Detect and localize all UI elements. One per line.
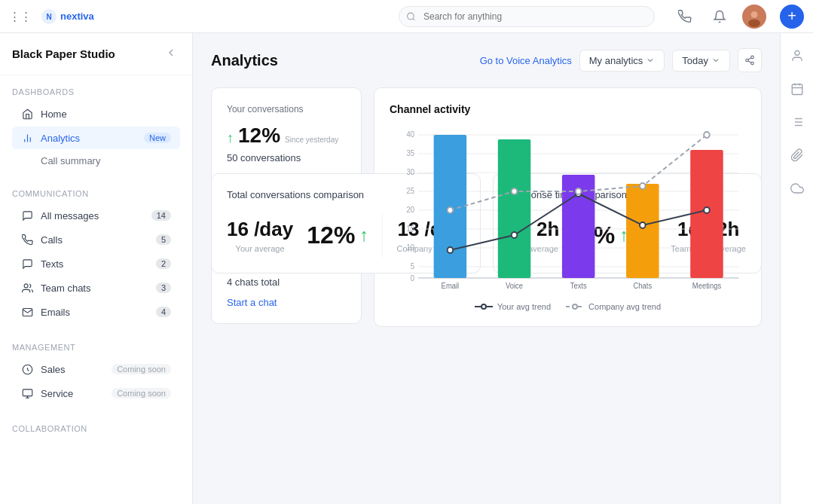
svg-text:0: 0 [411,274,415,283]
right-tasks-icon[interactable] [784,108,811,136]
sidebar-item-calls[interactable]: Calls 5 [12,228,180,251]
conversations-count: 50 conversations [227,152,346,163]
right-user-icon[interactable] [784,42,811,69]
sidebar-header: Black Paper Studio [0,33,192,75]
add-button[interactable]: + [780,5,804,29]
right-attach-icon[interactable] [784,142,811,169]
calls-label: Calls [41,234,148,246]
company-trend-legend-icon [566,302,584,311]
svg-point-63 [795,50,799,55]
user-avatar[interactable] [742,5,766,29]
conversations-card-title: Your conversations [227,103,346,116]
svg-point-54 [448,207,454,213]
svg-rect-13 [23,389,32,396]
svg-text:25: 25 [407,187,415,195]
sidebar-item-team-chats[interactable]: Team chats 3 [12,276,180,299]
sidebar-section-collaboration: Collaboration [0,412,192,445]
all-messages-label: All messages [41,210,144,221]
team-chats-label: Team chats [41,283,148,294]
chart-legend: Your avg trend Company avg trend [390,302,746,311]
share-icon [744,55,755,66]
top-navigation: ⋮⋮ N nextiva + [0,0,813,33]
conversations-up-arrow: ↑ [227,130,234,146]
voice-analytics-link[interactable]: Go to Voice Analytics [480,55,572,66]
collaboration-count: 4 chats total [227,276,346,288]
page-title: Analytics [211,52,468,69]
analytics-label: Analytics [41,133,132,144]
service-icon [21,387,33,399]
svg-point-58 [704,132,710,138]
svg-point-60 [481,304,486,309]
svg-rect-64 [792,84,802,95]
channel-activity-card: Channel activity 40 [374,87,762,327]
right-calendar-icon[interactable] [784,75,811,102]
svg-line-19 [748,61,751,63]
svg-text:40: 40 [407,130,415,139]
sidebar-item-emails[interactable]: Emails 4 [12,301,180,323]
your-avg-stat: 16 /day Your average [227,218,293,253]
sidebar-item-sales[interactable]: Sales Coming soon [12,358,180,380]
sidebar-item-all-messages[interactable]: All messages 14 [12,204,180,227]
section-label-communication: Communication [12,189,180,198]
share-button[interactable] [738,48,762,72]
svg-point-11 [24,283,28,287]
sidebar-item-texts[interactable]: Texts 2 [12,252,180,275]
svg-point-17 [746,59,749,62]
svg-point-55 [512,188,518,194]
phone-icon-button[interactable] [673,5,697,29]
section-label-collaboration: Collaboration [12,424,180,433]
team-chats-badge: 3 [156,283,171,293]
sidebar: Black Paper Studio Dashboards Home Analy… [0,33,193,504]
svg-line-20 [748,58,751,60]
svg-point-52 [640,222,646,228]
svg-point-16 [751,56,754,59]
sidebar-section-communication: Communication All messages 14 Calls 5 [0,177,192,331]
sidebar-item-call-summary[interactable]: Call summary [12,151,180,171]
main-layout: Black Paper Studio Dashboards Home Analy… [0,33,813,504]
section-label-dashboards: Dashboards [12,87,180,96]
svg-text:10: 10 [407,243,415,252]
all-messages-badge: 14 [151,210,171,221]
emails-icon [21,306,33,318]
svg-text:5: 5 [411,262,414,270]
calls-icon [21,234,33,246]
home-icon [21,108,33,120]
today-dropdown[interactable]: Today [672,50,730,72]
notification-icon-button[interactable] [708,5,732,29]
sales-icon [21,363,33,375]
sidebar-item-service[interactable]: Service Coming soon [12,382,180,405]
conversations-since-label: Since yesterday [285,135,338,145]
chevron-down-icon [646,56,655,65]
svg-text:Meetings: Meetings [692,282,721,290]
svg-text:20: 20 [407,206,415,214]
calls-badge: 5 [156,234,171,245]
workspace-name: Black Paper Studio [12,47,115,60]
total-pct-main: 12% ↑ [307,221,368,249]
svg-point-6 [751,11,758,18]
sidebar-item-analytics[interactable]: Analytics New [12,127,180,149]
grid-icon[interactable]: ⋮⋮ [9,10,32,23]
chart-svg: 40 35 30 25 20 15 10 5 0 [390,127,746,293]
emails-badge: 4 [156,307,171,317]
service-coming-badge: Coming soon [112,388,171,399]
team-chats-icon [21,282,33,294]
app-logo[interactable]: N nextiva [41,8,109,25]
your-avg-value: 16 /day [227,218,293,241]
svg-text:15: 15 [407,225,415,233]
right-cloud-icon[interactable] [784,175,811,202]
search-input[interactable] [399,6,655,27]
svg-point-49 [448,247,454,253]
sidebar-collapse-button[interactable] [162,44,180,64]
texts-icon [21,258,33,270]
svg-point-53 [704,207,710,213]
right-panel [780,33,813,504]
my-analytics-dropdown[interactable]: My analytics [579,50,665,72]
sidebar-item-home[interactable]: Home [12,102,180,125]
divider [382,212,383,258]
channel-activity-title: Channel activity [390,103,746,115]
your-trend-legend-icon [475,302,493,311]
start-chat-link[interactable]: Start a chat [227,297,277,308]
nav-icons-group: + [673,5,804,29]
search-bar[interactable] [399,6,655,27]
legend-company-trend: Company avg trend [566,302,661,311]
